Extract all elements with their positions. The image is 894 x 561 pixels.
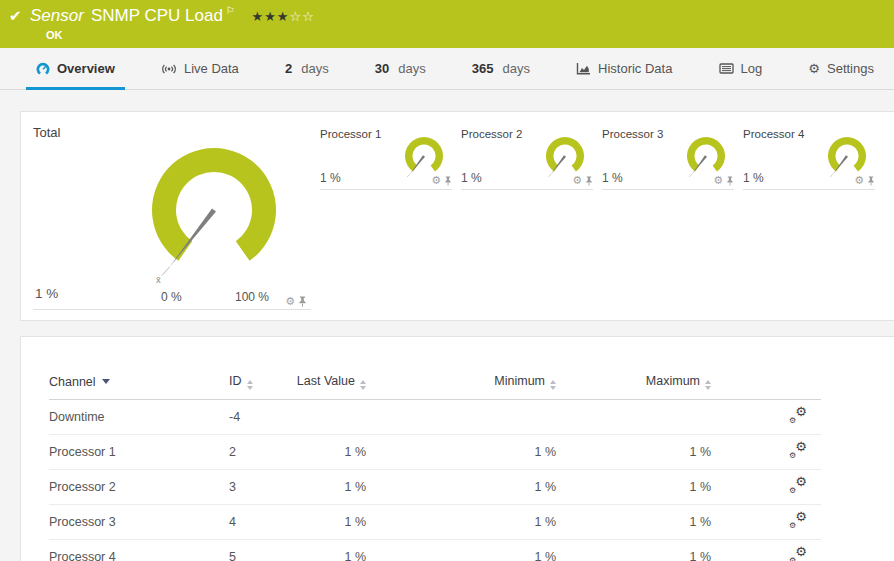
channel-gear-icon[interactable]: ⚙ [713, 175, 723, 186]
processor-4-value: 1 % [743, 171, 764, 185]
sort-icon [550, 380, 556, 390]
column-header-channel[interactable]: Channel [49, 369, 229, 400]
channel-settings-icon[interactable]: ⚙⚙ [789, 442, 807, 459]
channel-name: Downtime [49, 400, 229, 435]
pin-icon[interactable] [444, 176, 452, 186]
sensor-type-label: Sensor [30, 6, 84, 25]
channel-gear-icon[interactable]: ⚙ [854, 175, 864, 186]
tab-bar: Overview Live Data 2 days 30 days 365 da… [0, 48, 894, 90]
channel-maximum: 1 % [556, 435, 711, 470]
processor-1-value: 1 % [320, 171, 341, 185]
channel-settings-icon[interactable]: ⚙⚙ [789, 477, 807, 494]
tab-settings[interactable]: ⚙ Settings [798, 48, 884, 89]
live-signal-icon [161, 62, 177, 76]
total-value: 1 % [35, 286, 58, 301]
tab-365-days[interactable]: 365 days [462, 48, 540, 89]
processor-1-label: Processor 1 [320, 126, 381, 140]
tab-2-days[interactable]: 2 days [275, 48, 339, 89]
pin-icon[interactable] [298, 296, 307, 307]
processor-4-gauge [821, 129, 873, 181]
channel-last-value: 1 % [291, 435, 366, 470]
channel-minimum: 1 % [366, 470, 556, 505]
processor-3-gauge-panel: Processor 3 1 % ⚙ [602, 124, 734, 190]
channel-settings-icon[interactable]: ⚙⚙ [789, 547, 807, 561]
sort-icon [705, 380, 711, 390]
processor-2-value: 1 % [461, 171, 482, 185]
processor-4-label: Processor 4 [743, 126, 804, 140]
total-gauge: x̄ [129, 122, 299, 292]
flag-icon[interactable]: ⚐ [226, 5, 235, 16]
processor-1-gauge-panel: Processor 1 1 % ⚙ [320, 124, 452, 190]
channel-gear-icon[interactable]: ⚙ [572, 175, 582, 186]
processor-3-label: Processor 3 [602, 126, 663, 140]
gear-icon: ⚙ [808, 61, 820, 76]
gauge-max-label: 100 % [235, 290, 269, 304]
processor-2-gauge-panel: Processor 2 1 % ⚙ [461, 124, 593, 190]
status-badge: OK [46, 29, 63, 41]
ok-check-icon: ✔ [9, 7, 22, 25]
gauge-icon [36, 62, 50, 76]
channel-maximum: 1 % [556, 505, 711, 540]
channel-last-value: 1 % [291, 540, 366, 561]
tab-historic-data[interactable]: Historic Data [566, 48, 682, 89]
pin-icon[interactable] [585, 176, 593, 186]
pin-icon[interactable] [867, 176, 875, 186]
column-header-id[interactable]: ID [229, 369, 291, 400]
column-header-maximum[interactable]: Maximum [556, 369, 711, 400]
table-row: Processor 3 4 1 % 1 % 1 % ⚙⚙ [49, 505, 821, 540]
channel-maximum [556, 400, 711, 435]
channel-settings-icon[interactable]: ⚙⚙ [789, 407, 807, 424]
channel-last-value [291, 400, 366, 435]
total-gauge-panel: Total x̄ 0 % 100 % 1 % ⚙ [33, 122, 311, 310]
sensor-header: ✔ SensorSNMP CPU Load⚐ ★★★☆☆ OK [0, 0, 894, 48]
average-marker: x̄ [156, 274, 161, 285]
channel-last-value: 1 % [291, 505, 366, 540]
priority-stars[interactable]: ★★★☆☆ [252, 9, 315, 24]
stars-empty[interactable]: ☆☆ [290, 9, 315, 24]
column-header-actions [711, 369, 821, 400]
tab-log[interactable]: Log [709, 48, 773, 89]
total-gauge-label: Total [33, 122, 60, 140]
channels-table: Channel ID Last Value Minimum Maximum Do… [49, 369, 821, 561]
channel-maximum: 1 % [556, 540, 711, 561]
sensor-title: SensorSNMP CPU Load⚐ ★★★☆☆ [30, 5, 315, 26]
table-row: Processor 1 2 1 % 1 % 1 % ⚙⚙ [49, 435, 821, 470]
processor-2-gauge [539, 129, 591, 181]
channel-id: 2 [229, 435, 291, 470]
channel-minimum: 1 % [366, 505, 556, 540]
channels-table-panel: Channel ID Last Value Minimum Maximum Do… [20, 336, 894, 561]
table-row: Processor 2 3 1 % 1 % 1 % ⚙⚙ [49, 470, 821, 505]
channel-id: 3 [229, 470, 291, 505]
table-row: Processor 4 5 1 % 1 % 1 % ⚙⚙ [49, 540, 821, 561]
processor-3-value: 1 % [602, 171, 623, 185]
channel-id: 4 [229, 505, 291, 540]
channel-last-value: 1 % [291, 470, 366, 505]
tab-overview[interactable]: Overview [26, 48, 125, 89]
channel-id: -4 [229, 400, 291, 435]
gauges-panel: Total x̄ 0 % 100 % 1 % ⚙ Processor 1 1 %… [20, 111, 894, 321]
channel-minimum [366, 400, 556, 435]
processor-2-label: Processor 2 [461, 126, 522, 140]
sort-icon [247, 380, 253, 390]
pin-icon[interactable] [726, 176, 734, 186]
processor-1-gauge [398, 129, 450, 181]
tab-30-days[interactable]: 30 days [365, 48, 436, 89]
table-row: Downtime -4 ⚙⚙ [49, 400, 821, 435]
sort-desc-icon [102, 379, 110, 384]
channel-id: 5 [229, 540, 291, 561]
processor-3-gauge [680, 129, 732, 181]
stars-filled[interactable]: ★★★ [252, 9, 290, 24]
channel-settings-icon[interactable]: ⚙⚙ [789, 512, 807, 529]
processor-4-gauge-panel: Processor 4 1 % ⚙ [743, 124, 875, 190]
table-header-row: Channel ID Last Value Minimum Maximum [49, 369, 821, 400]
channel-name: Processor 3 [49, 505, 229, 540]
channel-name: Processor 1 [49, 435, 229, 470]
channel-gear-icon[interactable]: ⚙ [431, 175, 441, 186]
channel-gear-icon[interactable]: ⚙ [285, 296, 295, 307]
column-header-minimum[interactable]: Minimum [366, 369, 556, 400]
log-list-icon [719, 62, 734, 75]
chart-icon [576, 62, 591, 76]
column-header-last-value[interactable]: Last Value [291, 369, 366, 400]
tab-live-data[interactable]: Live Data [151, 48, 249, 89]
gauge-min-label: 0 % [161, 290, 182, 304]
